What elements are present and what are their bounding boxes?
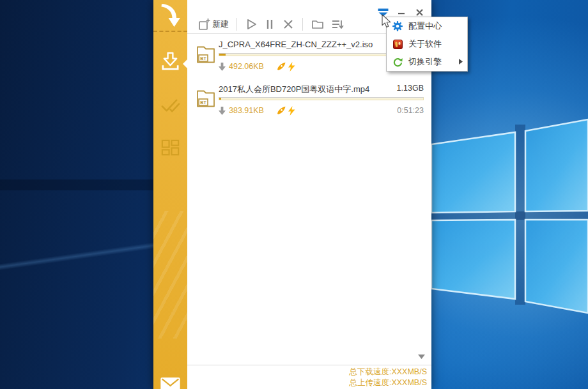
down-arrow-icon (219, 63, 226, 71)
context-menu: 配置中心 关于软件 切换引擎 (386, 17, 468, 72)
progress-fill (219, 54, 226, 56)
down-arrow-icon (219, 107, 226, 115)
total-download-speed: 总下载速度:XXXMB/S (349, 367, 427, 378)
total-upload-speed: 总上传速度:XXXMB/S (349, 378, 427, 388)
statusbar-divider (187, 365, 431, 365)
menu-item-label: 配置中心 (408, 20, 442, 32)
minimize-icon (398, 8, 405, 16)
close-icon (415, 8, 424, 17)
boost-icons (277, 62, 295, 72)
gear-icon (392, 21, 403, 31)
menu-item-label: 关于软件 (408, 38, 442, 50)
wallpaper-shadow-band (0, 179, 153, 190)
submenu-arrow-icon (459, 59, 463, 65)
refresh-icon (392, 57, 403, 67)
pause-button[interactable] (261, 16, 279, 33)
bt-badge: BT (200, 100, 206, 105)
start-icon (245, 18, 258, 31)
file-name: J_CPRA_X64FRE_ZH-CN_ZZZ++_v2.iso (219, 40, 373, 49)
boost-icons (277, 106, 295, 116)
statusbar: 总下载速度:XXXMB/S 总上传速度:XXXMB/S (349, 367, 427, 388)
file-size: 1.13GB (397, 84, 424, 93)
file-name: 2017私人会所BD720P国粤双语中字.mp4 (219, 84, 369, 95)
open-folder-button[interactable] (307, 16, 327, 33)
bt-badge: BT (200, 56, 206, 61)
rocket-icon (277, 106, 286, 115)
progress-fill (219, 98, 221, 100)
lightning-icon (288, 62, 295, 72)
lightning-icon (288, 106, 295, 116)
sidebar-divider (153, 31, 187, 32)
sort-list-icon (330, 18, 344, 31)
download-item[interactable]: BT 2017私人会所BD720P国粤双语中字.mp4 1.13GB 383.9… (187, 80, 431, 125)
menu-item-about[interactable]: 关于软件 (387, 35, 467, 53)
sidebar-item-completed[interactable] (159, 95, 182, 117)
menu-icon (378, 8, 389, 17)
sidebar-item-dashboard[interactable] (159, 137, 182, 160)
rocket-icon (277, 62, 286, 71)
delete-icon (282, 18, 295, 31)
sidebar (153, 0, 187, 389)
download-info-row: 383.91KB (219, 104, 295, 117)
toolbar-separator (236, 18, 237, 31)
progress-bar (219, 97, 424, 100)
bt-folder-icon: BT (196, 43, 215, 64)
remaining-time: 0:51:23 (397, 106, 424, 115)
new-task-label: 新建 (212, 19, 229, 30)
mail-icon[interactable] (159, 373, 182, 389)
download-speed: 383.91KB (229, 106, 264, 115)
pause-icon (264, 18, 275, 31)
sidebar-item-downloading[interactable] (159, 50, 182, 72)
menu-item-config-center[interactable]: 配置中心 (387, 17, 467, 35)
menu-item-switch-engine[interactable]: 切换引擎 (387, 53, 467, 71)
new-task-icon (197, 18, 211, 31)
delete-button[interactable] (279, 16, 298, 33)
app-logo-icon (159, 3, 182, 29)
sort-list-button[interactable] (327, 16, 348, 33)
start-button[interactable] (242, 16, 261, 33)
new-task-button[interactable]: 新建 (194, 16, 232, 33)
toolbar-separator (302, 18, 303, 31)
wallpaper-light-streak (0, 227, 153, 287)
bt-folder-icon: BT (196, 87, 215, 108)
toolbar: 新建 (194, 15, 348, 33)
about-icon (392, 39, 403, 49)
download-info-row: 492.06KB (219, 60, 295, 73)
download-speed: 492.06KB (229, 62, 264, 71)
scroll-down-icon[interactable] (418, 355, 425, 359)
folder-icon (311, 18, 324, 31)
menu-item-label: 切换引擎 (408, 56, 442, 68)
